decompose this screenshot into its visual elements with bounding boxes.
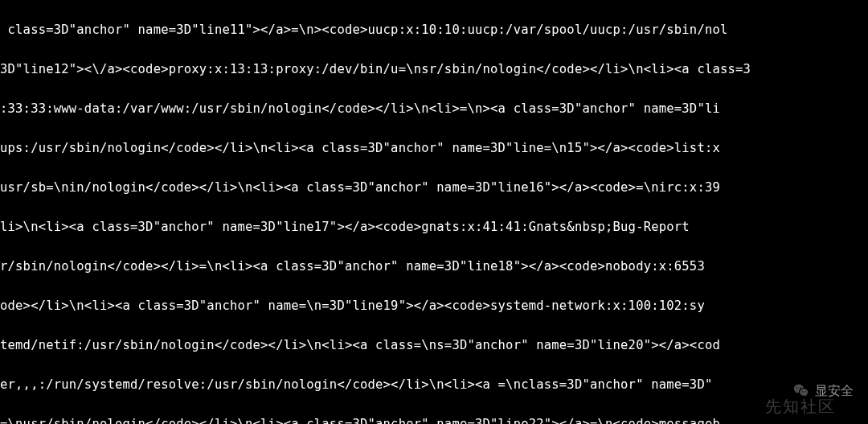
terminal-line: :33:33:www-data:/var/www:/usr/sbin/nolog… <box>0 99 868 119</box>
terminal-line: class=3D"anchor" name=3D"line11"></a>=\n… <box>0 20 868 40</box>
terminal-line: ode></li>\n<li><a class=3D"anchor" name=… <box>0 296 868 316</box>
terminal-line: usr/sb=\nin/nologin</code></li>\n<li><a … <box>0 178 868 198</box>
terminal-output: class=3D"anchor" name=3D"line11"></a>=\n… <box>0 0 868 424</box>
terminal-line: 3D"line12"><\/a><code>proxy:x:13:13:prox… <box>0 60 868 80</box>
terminal-line: li>\n<li><a class=3D"anchor" name=3D"lin… <box>0 217 868 237</box>
terminal-line: r/sbin/nologin</code></li>=\n<li><a clas… <box>0 257 868 277</box>
terminal-line: temd/netif:/usr/sbin/nologin</code></li>… <box>0 335 868 356</box>
terminal-line: =\nusr/sbin/nologin</code></li>\n<li><a … <box>0 414 868 425</box>
terminal-line: er,,,:/run/systemd/resolve:/usr/sbin/nol… <box>0 375 868 395</box>
terminal-line: ups:/usr/sbin/nologin</code></li>\n<li><… <box>0 138 868 158</box>
